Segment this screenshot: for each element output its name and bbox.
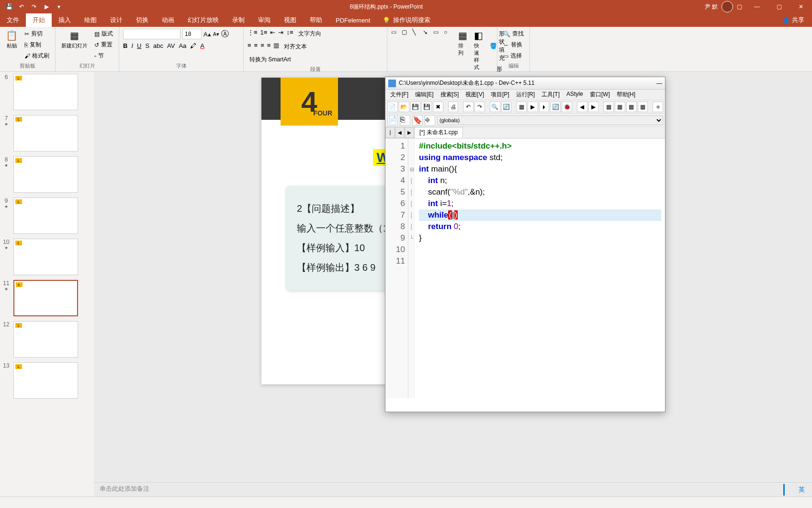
paste-button[interactable]: 📋粘贴	[4, 29, 20, 61]
underline-button[interactable]: U	[137, 42, 141, 49]
slideshow-icon[interactable]: ▶	[41, 1, 52, 12]
clear-format-icon[interactable]: Ⓐ	[221, 29, 229, 39]
font-color-button[interactable]: A	[200, 42, 204, 49]
tb-debug-icon[interactable]: 🐞	[562, 102, 572, 112]
tab-file[interactable]: 文件	[0, 13, 26, 27]
tb-undo-icon[interactable]: ↶	[463, 102, 474, 112]
notes-pane[interactable]: 单击此处添加备注	[94, 482, 812, 496]
save-icon[interactable]: 💾	[4, 1, 14, 12]
menu-run[interactable]: 运行[R]	[513, 90, 538, 100]
reset-button[interactable]: ↺重置	[92, 40, 115, 50]
tb-saveall-icon[interactable]: 💾	[421, 102, 432, 112]
share-button[interactable]: 👤 共享	[782, 16, 812, 24]
ribbon-display-icon[interactable]: ▢	[737, 3, 742, 10]
menu-window[interactable]: 窗口[W]	[587, 90, 613, 100]
thumb-6[interactable]: 61.	[2, 74, 92, 110]
tb2-insert-icon[interactable]: ⎘	[400, 115, 410, 126]
tell-me[interactable]: 💡 操作说明搜索	[383, 16, 430, 24]
devcpp-editor[interactable]: 1 2 3 4 5 6 7 8 9 10 11 ⊟│││││└ #include…	[385, 139, 665, 398]
bold-button[interactable]: B	[123, 42, 127, 49]
numbering-button[interactable]: 1≡	[260, 29, 268, 39]
align-left-button[interactable]: ≡	[248, 42, 251, 52]
menu-help[interactable]: 帮助[H]	[614, 90, 638, 100]
menu-astyle[interactable]: AStyle	[564, 90, 586, 100]
shadow-button[interactable]: S	[145, 42, 149, 49]
menu-edit[interactable]: 编辑[E]	[412, 90, 437, 100]
tab-home[interactable]: 开始	[26, 13, 52, 27]
tab-draw[interactable]: 绘图	[78, 13, 103, 27]
tb-rebuild-icon[interactable]: 🔄	[550, 102, 561, 112]
tab-nav-dropdown[interactable]: ⎹⎸	[385, 127, 395, 138]
bullets-button[interactable]: ⋮≡	[248, 29, 258, 39]
cut-button[interactable]: ✂剪切	[23, 29, 51, 39]
menu-tools[interactable]: 工具[T]	[539, 90, 563, 100]
replace-button[interactable]: ↔替换	[501, 40, 526, 50]
increase-font-icon[interactable]: A▴	[203, 31, 211, 38]
devcpp-minimize-button[interactable]: —	[656, 80, 662, 87]
thumb-13[interactable]: 131.	[2, 362, 92, 399]
format-painter-button[interactable]: 🖌格式刷	[23, 51, 51, 61]
qat-more-icon[interactable]: ▾	[54, 1, 64, 12]
thumb-12[interactable]: 121.	[2, 321, 92, 358]
tab-review[interactable]: 审阅	[251, 13, 277, 27]
menu-file[interactable]: 文件[F]	[387, 90, 411, 100]
tab-pdfelement[interactable]: PDFelement	[329, 13, 377, 27]
tb-fwd-icon[interactable]: ▶	[588, 102, 599, 112]
tb-grid2-icon[interactable]: ▦	[615, 102, 625, 112]
tb-back-icon[interactable]: ◀	[577, 102, 587, 112]
italic-button[interactable]: I	[131, 42, 133, 49]
tab-insert[interactable]: 插入	[52, 13, 78, 27]
tb-replace-icon[interactable]: 🔄	[501, 102, 512, 112]
font-size-input[interactable]: 18	[182, 29, 202, 39]
tab-slideshow[interactable]: 幻灯片放映	[181, 13, 226, 27]
decrease-indent-button[interactable]: ⇤	[270, 29, 275, 39]
tab-design[interactable]: 设计	[103, 13, 129, 27]
smartart-button[interactable]: 转换为 SmartArt	[248, 55, 383, 65]
tab-animation[interactable]: 动画	[155, 13, 181, 27]
justify-button[interactable]: ≡	[267, 42, 271, 52]
find-button[interactable]: 🔍查找	[501, 29, 526, 39]
tb-find-icon[interactable]: 🔍	[490, 102, 500, 112]
line-spacing-button[interactable]: ↕≡	[286, 29, 293, 39]
highlight-button[interactable]: 🖍	[190, 42, 196, 49]
columns-button[interactable]: ▥	[273, 42, 279, 52]
ime-indicator[interactable]: 英	[783, 484, 807, 496]
copy-button[interactable]: ⎘复制	[23, 40, 51, 50]
strike-button[interactable]: abc	[153, 42, 163, 49]
maximize-button[interactable]: ▢	[768, 0, 790, 13]
devcpp-window[interactable]: C:\Users\yinmo\Desktop\未命名1.cpp - Dev-C+…	[385, 77, 665, 412]
tb-grid3-icon[interactable]: ▦	[626, 102, 637, 112]
tab-nav-right[interactable]: ▶	[405, 127, 414, 138]
align-text-button[interactable]: 对齐文本	[282, 42, 309, 52]
tb-compile-icon[interactable]: ▦	[516, 102, 527, 112]
tb-close-icon[interactable]: ✖	[433, 102, 443, 112]
tb-new-icon[interactable]: 📄	[387, 102, 398, 112]
align-center-button[interactable]: ≡	[254, 42, 258, 52]
tb-save-icon[interactable]: 💾	[410, 102, 421, 112]
decrease-font-icon[interactable]: A▾	[213, 31, 219, 37]
font-name-input[interactable]	[123, 29, 180, 39]
tab-transition[interactable]: 切换	[129, 13, 155, 27]
undo-icon[interactable]: ↶	[16, 1, 27, 12]
tab-record[interactable]: 录制	[226, 13, 251, 27]
tb2-goto2-icon[interactable]: ⎆	[425, 115, 435, 126]
change-case-button[interactable]: Aa	[179, 42, 186, 49]
char-spacing-button[interactable]: AV	[167, 42, 175, 49]
tb-print-icon[interactable]: 🖨	[448, 102, 459, 112]
ime-lang[interactable]: 英	[796, 484, 807, 496]
user-avatar[interactable]	[722, 1, 733, 12]
tb-run-icon[interactable]: ▶	[528, 102, 538, 112]
increase-indent-button[interactable]: ⇥	[278, 29, 283, 39]
minimize-button[interactable]: —	[746, 0, 768, 13]
tb2-bookmark-icon[interactable]: 🔖	[412, 115, 423, 126]
tb-redo-icon[interactable]: ↷	[474, 102, 485, 112]
slide-thumbnails[interactable]: 61. 7★1. 8★1. 9★1. 10★1. 11★4. 121. 131.	[0, 72, 94, 496]
thumb-8[interactable]: 8★1.	[2, 156, 92, 193]
close-button[interactable]: ✕	[790, 0, 812, 13]
tb-grid1-icon[interactable]: ▦	[603, 102, 614, 112]
select-button[interactable]: ▭选择	[501, 51, 526, 61]
thumb-9[interactable]: 9★1.	[2, 197, 92, 234]
code-area[interactable]: #include<bits/stdc++.h> using namespace …	[415, 139, 665, 398]
menu-project[interactable]: 项目[P]	[488, 90, 512, 100]
file-tab[interactable]: [*] 未命名1.cpp	[414, 127, 463, 138]
